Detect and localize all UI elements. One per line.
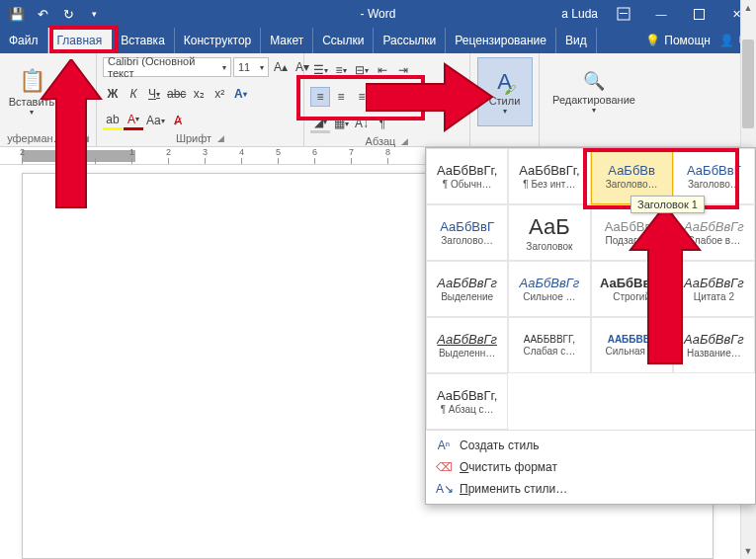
- paste-icon: 📋: [19, 68, 45, 94]
- paragraph-launcher-icon[interactable]: ◢: [401, 136, 408, 146]
- style-gallery-item[interactable]: ААББВВГСильная …: [591, 317, 673, 373]
- redo-icon[interactable]: ↻: [57, 3, 79, 25]
- subscript-button[interactable]: x₂: [189, 84, 209, 104]
- eraser-icon: ⌫: [436, 460, 452, 474]
- styles-gallery: АаБбВвГг,¶ Обычн…АаБбВвГг,¶ Без инт…АаБб…: [425, 147, 756, 505]
- style-name: Подзагол…: [594, 235, 670, 246]
- group-styles: A🖌 Стили ▾: [470, 53, 540, 146]
- apply-styles-item[interactable]: A↘ Применить стили…: [426, 478, 755, 500]
- chevron-down-icon: ▾: [260, 63, 264, 72]
- copy-icon[interactable]: ⧉: [61, 79, 83, 99]
- share-icon[interactable]: 👤: [716, 28, 736, 53]
- style-gallery-item[interactable]: АаБбВвГг,¶ Абзац с…: [426, 373, 508, 430]
- paste-button[interactable]: 📋 Вставить ▾: [6, 57, 57, 126]
- tab-view[interactable]: Вид: [556, 28, 597, 53]
- create-style-item[interactable]: Аⁿ Создать стиль: [426, 435, 755, 456]
- chevron-down-icon: ▾: [592, 106, 596, 115]
- clear-format-item[interactable]: ⌫ ООчистить форматчистить формат: [426, 456, 755, 478]
- tell-me[interactable]: 💡 Помощн: [639, 34, 716, 47]
- style-gallery-item[interactable]: АаБЗаголовок: [508, 204, 590, 261]
- tab-design[interactable]: Конструктор: [175, 28, 261, 53]
- font-size-combo[interactable]: 11▾: [233, 57, 269, 77]
- maximize-button[interactable]: [681, 0, 716, 28]
- tab-mailings[interactable]: Рассылки: [374, 28, 446, 53]
- change-case-icon[interactable]: Aa▾: [144, 111, 167, 130]
- font-launcher-icon[interactable]: ◢: [217, 133, 224, 143]
- increase-indent-icon[interactable]: ⇥: [393, 60, 413, 80]
- group-editing: 🔍 Редактирование ▾: [540, 53, 648, 146]
- group-paragraph: ☰▾ ≡▾ ⊟▾ ⇤ ⇥ ≡ ≡ ≡ ≣ ‡≡ ◢▾ ▦▾ A↓ ¶ Абзац…: [304, 53, 470, 146]
- align-right-icon[interactable]: ≡: [352, 87, 372, 107]
- clear-formatting-icon[interactable]: A̷: [168, 111, 188, 130]
- text-effects-icon[interactable]: A▾: [230, 84, 250, 104]
- styles-button[interactable]: A🖌 Стили ▾: [477, 57, 533, 126]
- underline-button[interactable]: Ч ▾: [144, 84, 164, 104]
- sort-icon[interactable]: A↓: [352, 114, 372, 133]
- style-name: Выделенн…: [429, 348, 505, 359]
- scroll-thumb[interactable]: [742, 40, 754, 128]
- highlight-icon[interactable]: ab: [103, 111, 123, 130]
- editing-button[interactable]: 🔍 Редактирование ▾: [552, 57, 635, 126]
- svg-rect-2: [694, 9, 704, 19]
- font-name-combo[interactable]: Calibri (Основной текст▾: [103, 57, 231, 77]
- numbering-icon[interactable]: ≡▾: [331, 60, 351, 80]
- scroll-down-icon[interactable]: ▼: [740, 543, 756, 559]
- style-gallery-item[interactable]: АаБбВвГг,¶ Обычн…: [426, 148, 508, 204]
- tab-file[interactable]: Файл: [0, 28, 48, 53]
- chevron-down-icon: ▾: [222, 63, 226, 72]
- format-painter-icon[interactable]: 🖌: [61, 101, 83, 120]
- style-sample: АаБбВв: [608, 163, 655, 178]
- style-name: Выделение: [429, 291, 505, 302]
- clipboard-launcher-icon[interactable]: ◢: [82, 133, 89, 143]
- tab-review[interactable]: Рецензирование: [446, 28, 556, 53]
- align-left-icon[interactable]: ≡: [310, 87, 330, 107]
- tell-me-label: Помощн: [664, 34, 711, 47]
- tab-layout[interactable]: Макет: [261, 28, 313, 53]
- scroll-up-icon[interactable]: ▲: [740, 0, 756, 16]
- pilcrow-icon[interactable]: ¶: [373, 114, 392, 133]
- style-gallery-item[interactable]: АаБбВвГгЦитата 2: [673, 261, 755, 317]
- cut-icon[interactable]: ✂: [61, 57, 83, 77]
- line-spacing-icon[interactable]: ‡≡: [393, 87, 413, 107]
- grow-font-icon[interactable]: A▴: [271, 57, 291, 77]
- style-sample: АаБбВвГ: [440, 219, 494, 234]
- font-size-value: 11: [238, 61, 250, 73]
- style-sample: АаБбВвГ: [605, 219, 659, 234]
- minimize-button[interactable]: —: [643, 0, 679, 28]
- shading-icon[interactable]: ◢▾: [310, 114, 330, 133]
- clipboard-group-label: уферман…на: [7, 132, 76, 144]
- align-center-icon[interactable]: ≡: [331, 87, 351, 107]
- bullets-icon[interactable]: ☰▾: [310, 60, 330, 80]
- decrease-indent-icon[interactable]: ⇤: [373, 60, 392, 80]
- strike-button[interactable]: abc: [165, 84, 188, 104]
- borders-icon[interactable]: ▦▾: [331, 114, 351, 133]
- style-name: Слабое в…: [676, 235, 752, 246]
- user-name[interactable]: a Luda: [555, 7, 604, 21]
- undo-icon[interactable]: ↶: [32, 3, 53, 25]
- style-gallery-item[interactable]: АаБбВвГЗаголово…: [426, 204, 508, 261]
- quick-access-toolbar: 💾 ↶ ↻ ▾: [0, 3, 105, 25]
- styles-icon: A🖌: [497, 69, 512, 95]
- style-tooltip: Заголовок 1: [630, 196, 705, 213]
- title-bar: 💾 ↶ ↻ ▾ - Word a Luda — ✕: [0, 0, 756, 28]
- bulb-icon: 💡: [645, 34, 660, 47]
- multilevel-icon[interactable]: ⊟▾: [352, 60, 372, 80]
- qat-customize-icon[interactable]: ▾: [83, 3, 105, 25]
- font-color-icon[interactable]: A▾: [124, 111, 143, 130]
- bold-button[interactable]: Ж: [103, 84, 123, 104]
- tab-home[interactable]: Главная: [48, 28, 113, 53]
- style-gallery-item[interactable]: АаБбВвГгСтрогий: [591, 261, 673, 317]
- style-gallery-item[interactable]: АаБбВвГгВыделение: [426, 261, 508, 317]
- italic-button[interactable]: К: [124, 84, 143, 104]
- style-gallery-item[interactable]: АаБбВвГг,¶ Без инт…: [508, 148, 590, 204]
- justify-icon[interactable]: ≣: [373, 87, 392, 107]
- style-gallery-item[interactable]: АаБбВвГгСильное …: [508, 261, 590, 317]
- style-gallery-item[interactable]: АаБбВвГгНазвание…: [673, 317, 755, 373]
- style-gallery-item[interactable]: ААББВВГГ,Слабая с…: [508, 317, 590, 373]
- tab-insert[interactable]: Вставка: [112, 28, 175, 53]
- ribbon-options-icon[interactable]: [606, 0, 641, 28]
- tab-references[interactable]: Ссылки: [313, 28, 374, 53]
- superscript-button[interactable]: x²: [210, 84, 229, 104]
- save-icon[interactable]: 💾: [6, 3, 28, 25]
- style-gallery-item[interactable]: АаБбВвГгВыделенн…: [426, 317, 508, 373]
